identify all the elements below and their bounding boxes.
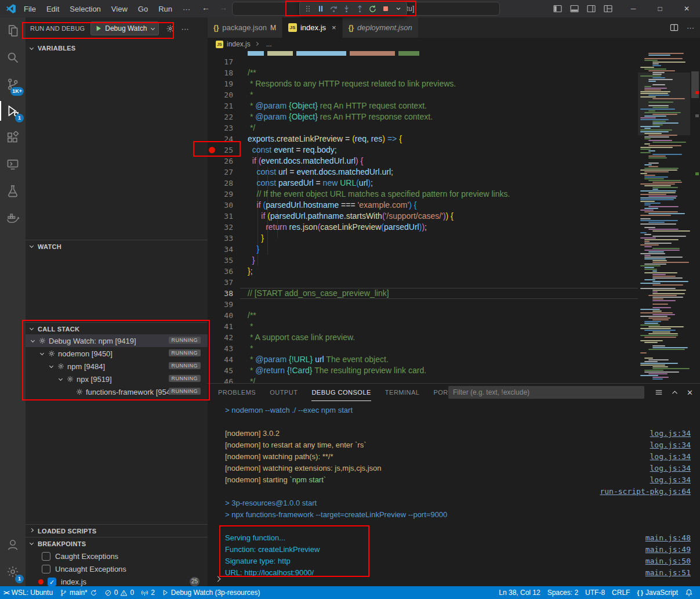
- debug-settings-gear-icon[interactable]: [166, 24, 175, 33]
- step-into-icon[interactable]: [341, 2, 352, 15]
- problems-indicator[interactable]: 0 0: [101, 586, 137, 599]
- line-number[interactable]: 21: [208, 100, 233, 111]
- code-line[interactable]: */: [240, 376, 638, 383]
- menu-go[interactable]: Go: [133, 5, 153, 13]
- ports-indicator[interactable]: 2: [137, 586, 158, 599]
- code-line[interactable]: *: [240, 321, 638, 332]
- code-line[interactable]: *: [240, 343, 638, 354]
- code-line[interactable]: * @return {!Card} The resulting preview …: [240, 365, 638, 376]
- testing-icon[interactable]: [0, 178, 26, 204]
- line-number[interactable]: 44: [208, 354, 233, 365]
- toggle-secondary-sidebar-icon[interactable]: [586, 4, 596, 13]
- toolbar-drag-handle[interactable]: [302, 2, 313, 15]
- code-line[interactable]: * @param {Object} res An HTTP response c…: [240, 111, 638, 122]
- line-number[interactable]: 18: [208, 67, 233, 78]
- menu-view[interactable]: View: [106, 5, 133, 13]
- line-number[interactable]: 35: [208, 255, 233, 266]
- code-line[interactable]: * @param {!URL} url The event object.: [240, 354, 638, 365]
- tab-deployment.json[interactable]: {}deployment.json: [343, 17, 419, 38]
- section-call-stack[interactable]: CALL STACK: [26, 322, 208, 335]
- line-number[interactable]: 45: [208, 365, 233, 376]
- source-link[interactable]: main.js:51: [645, 567, 691, 579]
- breakpoint-dot[interactable]: [209, 147, 215, 153]
- panel-tab-problems[interactable]: PROBLEMS: [218, 384, 256, 401]
- code-line[interactable]: [240, 277, 638, 288]
- tab-index.js[interactable]: JSindex.js×: [282, 17, 343, 38]
- extensions-icon[interactable]: [0, 124, 26, 151]
- breakpoint-checkbox[interactable]: [42, 565, 50, 573]
- line-number[interactable]: 37: [208, 277, 233, 288]
- cursor-position[interactable]: Ln 38, Col 12: [495, 586, 543, 599]
- line-number[interactable]: 30: [208, 200, 233, 211]
- line-number[interactable]: 34: [208, 244, 233, 255]
- source-link[interactable]: log.js:34: [650, 451, 691, 463]
- debug-config-dropdown[interactable]: Debug Watch: [90, 21, 158, 35]
- run-and-debug-icon[interactable]: 1: [0, 98, 26, 124]
- call-stack-session[interactable]: npm [9484]RUNNING: [26, 360, 208, 373]
- close-icon[interactable]: ✕: [673, 0, 700, 17]
- source-control-icon[interactable]: 1K+: [0, 71, 26, 98]
- line-number[interactable]: 28: [208, 178, 233, 189]
- scrollbar-thumb[interactable]: [691, 71, 699, 98]
- code-line[interactable]: if (parsedUrl.pathname.startsWith('/supp…: [240, 211, 638, 222]
- line-number[interactable]: 17: [208, 56, 233, 67]
- line-number[interactable]: 27: [208, 167, 233, 178]
- split-editor-icon[interactable]: [670, 23, 679, 32]
- menu-more[interactable]: ···: [177, 5, 195, 13]
- remote-indicator[interactable]: >< WSL: Ubuntu: [0, 586, 56, 599]
- code-line[interactable]: */: [240, 122, 638, 133]
- source-link[interactable]: main.js:50: [645, 555, 691, 567]
- source-link[interactable]: log.js:34: [650, 474, 691, 486]
- line-number[interactable]: 38: [208, 288, 233, 299]
- editor-more-icon[interactable]: ···: [687, 23, 694, 32]
- line-number[interactable]: 19: [208, 78, 233, 89]
- breakpoint-item[interactable]: ✓index.js25: [26, 575, 208, 586]
- menu-selection[interactable]: Selection: [64, 5, 106, 13]
- maximize-icon[interactable]: □: [647, 0, 673, 17]
- docker-icon[interactable]: [0, 204, 26, 231]
- eol-sequence[interactable]: CRLF: [608, 586, 633, 599]
- code-line[interactable]: [240, 299, 638, 310]
- source-link[interactable]: log.js:34: [650, 428, 691, 439]
- accounts-icon[interactable]: [0, 532, 26, 558]
- indentation[interactable]: Spaces: 2: [544, 586, 582, 599]
- call-stack-session[interactable]: npx [9519]RUNNING: [26, 373, 208, 385]
- line-number[interactable]: 29: [208, 189, 233, 200]
- debug-session-indicator[interactable]: Debug Watch (3p-resources): [158, 586, 264, 599]
- line-number[interactable]: 40: [208, 310, 233, 321]
- line-number[interactable]: 39: [208, 299, 233, 310]
- sync-icon[interactable]: [90, 589, 97, 597]
- section-loaded-scripts[interactable]: LOADED SCRIPTS: [26, 524, 208, 537]
- pause-icon[interactable]: [315, 2, 326, 15]
- panel-tab-debug-console[interactable]: DEBUG CONSOLE: [311, 384, 371, 401]
- menu-edit[interactable]: Edit: [41, 5, 64, 13]
- sidebar-more-icon[interactable]: ···: [182, 24, 189, 33]
- editor-scrollbar[interactable]: [690, 50, 700, 383]
- source-link[interactable]: log.js:34: [650, 439, 691, 451]
- console-filter-input[interactable]: [448, 386, 644, 399]
- code-line[interactable]: /**: [240, 310, 638, 321]
- line-number[interactable]: 26: [208, 156, 233, 167]
- line-number[interactable]: 41: [208, 321, 233, 332]
- breakpoint-item[interactable]: Caught Exceptions: [26, 550, 208, 562]
- code-line[interactable]: }: [240, 233, 638, 244]
- code-line[interactable]: const parsedUrl = new URL(url);: [240, 178, 638, 189]
- breadcrumb[interactable]: JS index.js ...: [208, 38, 700, 50]
- close-tab-icon[interactable]: ×: [332, 23, 336, 32]
- toggle-sidebar-icon[interactable]: [553, 4, 563, 13]
- nav-forward-icon[interactable]: →: [219, 3, 227, 12]
- call-stack-session[interactable]: nodemon [9450]RUNNING: [26, 347, 208, 360]
- line-number[interactable]: 36: [208, 266, 233, 277]
- breakpoint-checkbox[interactable]: ✓: [48, 578, 56, 586]
- section-variables[interactable]: VARIABLES: [26, 42, 208, 55]
- line-number[interactable]: 46: [208, 376, 233, 383]
- line-number[interactable]: 23: [208, 122, 233, 133]
- section-breakpoints[interactable]: BREAKPOINTS: [26, 537, 208, 550]
- panel-tab-terminal[interactable]: TERMINAL: [385, 384, 420, 401]
- code-line[interactable]: /**: [240, 67, 638, 78]
- panel-tab-output[interactable]: OUTPUT: [270, 384, 298, 401]
- branch-indicator[interactable]: main*: [56, 586, 101, 599]
- code-line[interactable]: }: [240, 244, 638, 255]
- settings-gear-icon[interactable]: 1: [0, 558, 26, 585]
- code-line[interactable]: const event = req.body;: [240, 145, 638, 156]
